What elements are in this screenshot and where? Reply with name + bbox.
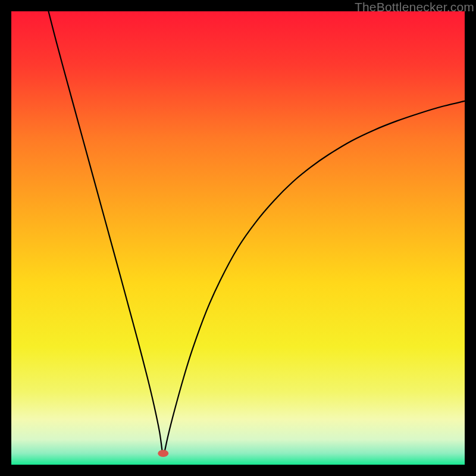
optimal-point-marker: [158, 450, 168, 457]
chart-frame: [11, 11, 465, 465]
chart-background: [11, 11, 465, 465]
bottleneck-curve-chart: [11, 11, 465, 465]
watermark-text: TheBottlenecker.com: [355, 0, 474, 14]
